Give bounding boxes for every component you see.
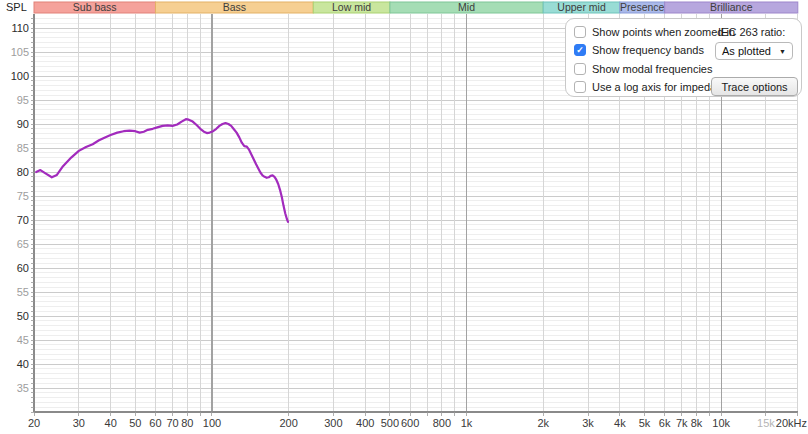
x-tick-label: 100 [203, 417, 221, 429]
iec-ratio-label: IEC 263 ratio: [718, 26, 785, 38]
checkbox-icon[interactable] [574, 44, 586, 56]
x-tick-label: 5k [639, 417, 651, 429]
x-axis-labels: 203040506070801002003004005006008001k2k3… [28, 417, 807, 429]
x-tick-label: 50 [129, 417, 141, 429]
y-tick-label: 70 [17, 214, 29, 226]
x-tick-label: 6k [659, 417, 671, 429]
iec-ratio-dropdown[interactable]: As plotted ▼ [715, 42, 793, 60]
checkbox-icon[interactable] [574, 26, 586, 38]
frequency-band-label: Bass [223, 1, 246, 13]
x-tick-label: 30 [73, 417, 85, 429]
x-tick-label: 4k [614, 417, 626, 429]
checkbox-icon[interactable] [574, 63, 586, 75]
y-tick-label: 85 [17, 142, 29, 154]
iec-ratio-value: As plotted [722, 45, 771, 57]
checkbox-show-frequency-bands[interactable]: Show frequency bands [574, 43, 735, 59]
y-tick-label: 55 [17, 286, 29, 298]
checkbox-label: Show points when zoomed in [592, 26, 735, 38]
y-tick-label: 95 [17, 94, 29, 106]
x-tick-label: 600 [401, 417, 419, 429]
chevron-down-icon: ▼ [779, 48, 786, 55]
spl-axis-title: SPL [6, 1, 27, 13]
frequency-band-label: Presence [620, 1, 665, 13]
y-tick-label: 90 [17, 118, 29, 130]
trace-options-button[interactable]: Trace options [711, 77, 798, 96]
y-axis-labels: 11010510095908580757065605550454035 [11, 22, 29, 394]
x-tick-label: 500 [381, 417, 399, 429]
frequency-band-label: Mid [458, 1, 475, 13]
spl-trace [36, 119, 288, 222]
y-tick-label: 65 [17, 238, 29, 250]
x-tick-label: 20 [28, 417, 40, 429]
x-tick-label: 15k [757, 417, 775, 429]
x-tick-label: 800 [433, 417, 451, 429]
x-tick-label: 8k [691, 417, 703, 429]
x-tick-label: 3k [582, 417, 594, 429]
x-tick-label: 200 [279, 417, 297, 429]
x-tick-label: 300 [324, 417, 342, 429]
x-tick-label: 400 [356, 417, 374, 429]
axis-titles: SPL [6, 1, 27, 13]
x-tick-label: 20kHz [776, 417, 807, 429]
checkbox-show-points[interactable]: Show points when zoomed in [574, 24, 735, 40]
rew-spl-window: Sub bassBassLow midMidUpper midPresenceB… [0, 0, 808, 434]
y-tick-label: 100 [11, 70, 29, 82]
y-tick-label: 35 [17, 382, 29, 394]
y-tick-label: 50 [17, 310, 29, 322]
x-tick-label: 2k [537, 417, 549, 429]
x-tick-label: 7k [676, 417, 688, 429]
checkbox-label: Show frequency bands [592, 44, 704, 56]
x-tick-label: 60 [149, 417, 161, 429]
frequency-band-label: Low mid [332, 1, 371, 13]
checkbox-label: Show modal frequencies [592, 63, 712, 75]
x-tick-label: 1k [461, 417, 473, 429]
x-tick-label: 80 [181, 417, 193, 429]
x-tick-label: 70 [166, 417, 178, 429]
y-tick-label: 80 [17, 166, 29, 178]
y-tick-label: 45 [17, 334, 29, 346]
checkbox-show-modal-frequencies[interactable]: Show modal frequencies [574, 61, 735, 77]
y-tick-label: 110 [11, 22, 29, 34]
trace [36, 119, 288, 222]
x-tick-label: 10k [712, 417, 730, 429]
frequency-bands-bar: Sub bassBassLow midMidUpper midPresenceB… [34, 1, 798, 13]
frequency-band-label: Brilliance [710, 1, 753, 13]
y-tick-label: 105 [11, 46, 29, 58]
frequency-band-label: Upper mid [557, 1, 606, 13]
y-tick-label: 60 [17, 262, 29, 274]
checkbox-icon[interactable] [574, 81, 586, 93]
x-tick-label: 40 [105, 417, 117, 429]
y-tick-label: 40 [17, 358, 29, 370]
y-tick-label: 75 [17, 190, 29, 202]
frequency-band-label: Sub bass [73, 1, 117, 13]
trace-options-panel: Show points when zoomed in Show frequenc… [565, 18, 802, 97]
